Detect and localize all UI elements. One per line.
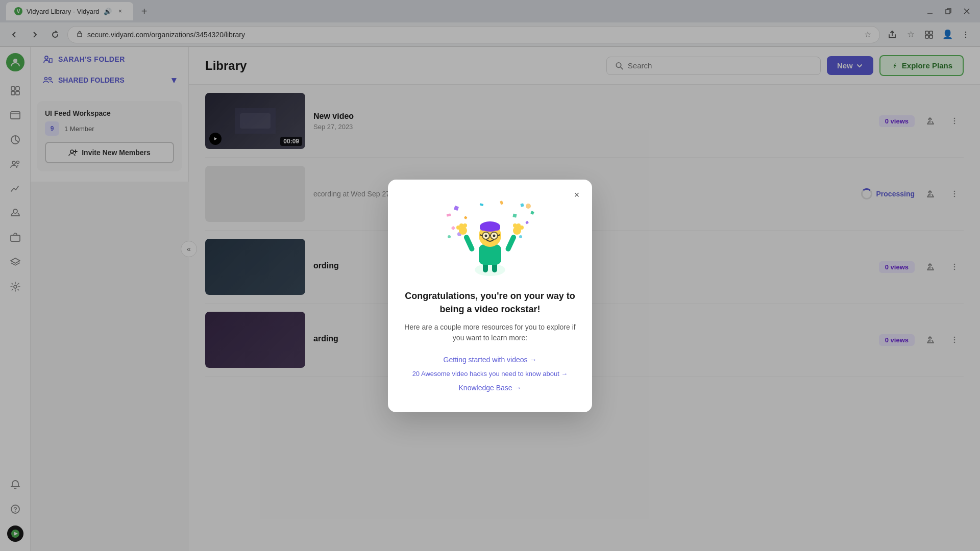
svg-rect-57 [464,216,468,220]
video-hacks-label: 20 Awesome video hacks you need to know … [412,370,568,378]
svg-point-67 [526,204,531,209]
svg-point-91 [485,235,487,237]
getting-started-label: Getting started with videos → [444,356,537,364]
modal-title: Congratulations, you're on your way to b… [404,290,576,315]
svg-rect-60 [525,221,529,224]
svg-rect-56 [520,204,524,207]
celebration-illustration [439,196,541,278]
modal-close-button[interactable]: × [570,188,584,202]
modal-overlay[interactable]: × [0,0,980,551]
svg-point-68 [448,235,451,238]
svg-rect-58 [512,214,517,218]
svg-point-92 [493,235,496,237]
svg-rect-61 [480,204,484,207]
svg-point-81 [517,223,521,228]
svg-point-69 [475,264,505,276]
svg-rect-63 [530,211,534,215]
svg-point-82 [513,223,517,228]
modal-illustration [439,196,541,278]
svg-rect-85 [480,224,500,231]
svg-rect-59 [451,226,455,230]
knowledge-base-link[interactable]: Knowledge Base → [459,384,522,392]
modal-subtitle: Here are a couple more resources for you… [404,322,576,343]
modal-links: Getting started with videos → 20 Awesome… [404,356,576,392]
svg-point-66 [519,235,522,238]
svg-point-78 [459,223,463,228]
svg-point-79 [463,223,467,228]
video-hacks-link[interactable]: 20 Awesome video hacks you need to know … [412,370,568,378]
svg-rect-72 [479,244,501,265]
knowledge-base-label: Knowledge Base → [459,384,522,392]
getting-started-link[interactable]: Getting started with videos → [444,356,537,364]
congratulations-modal: × [388,180,592,412]
svg-rect-64 [447,214,451,217]
svg-rect-62 [500,201,503,205]
svg-rect-74 [505,234,517,253]
svg-rect-73 [463,234,475,253]
svg-rect-55 [454,206,459,211]
